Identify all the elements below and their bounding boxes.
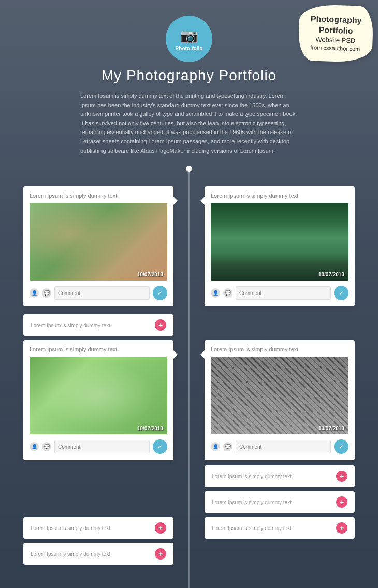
plus-btn-right-2[interactable]: +: [336, 496, 347, 508]
compact-card-left-2: Lorem Ipsum is simply dummy text +: [23, 517, 173, 539]
card-right-2: Lorem Ipsum is simply dummy text 10/07/2…: [205, 340, 355, 460]
timeline-left-compact-1: Lorem Ipsum is simply dummy text +: [0, 314, 189, 336]
comment-input-r1[interactable]: [236, 286, 331, 300]
user-icon-r1: 👤: [211, 288, 220, 298]
logo-text: Photo-folio: [176, 46, 203, 51]
timeline-right-1: Lorem Ipsum is simply dummy text 10/07/2…: [189, 186, 378, 306]
chat-icon-r1: 💬: [223, 288, 232, 298]
compact-card-right-2-title: Lorem Ipsum is simply dummy text: [212, 499, 292, 505]
plus-btn-right-1[interactable]: +: [336, 471, 347, 482]
timeline-row-compact-1: Lorem Ipsum is simply dummy text +: [0, 314, 378, 336]
card-left-1-title: Lorem Ipsum is simply dummy text: [30, 193, 167, 199]
chat-icon: 💬: [42, 288, 51, 298]
compact-card-left-1-title: Lorem Ipsum is simply dummy text: [31, 322, 110, 328]
comment-input-r2[interactable]: [236, 440, 331, 453]
plus-btn-left-1[interactable]: +: [155, 319, 166, 331]
compact-card-left-1: Lorem Ipsum is simply dummy text +: [23, 314, 173, 336]
card-left-1-date: 10/07/2013: [137, 272, 163, 277]
card-right-2-title: Lorem Ipsum is simply dummy text: [211, 346, 348, 352]
logo: 📷 Photo-folio: [166, 16, 212, 62]
card-left-2: Lorem Ipsum is simply dummy text 10/07/2…: [23, 340, 173, 460]
timeline-dot-top: [186, 166, 192, 172]
user-icon-l2: 👤: [30, 442, 39, 451]
comment-input-1[interactable]: [54, 286, 150, 300]
compact-card-left-3: Lorem Ipsum is simply dummy text +: [23, 543, 173, 565]
card-right-2-date: 10/07/2013: [318, 425, 344, 431]
comment-input-l2[interactable]: [54, 440, 150, 453]
timeline-right-compact-r2: Lorem Ipsum is simply dummy text +: [189, 491, 378, 513]
compact-card-right-3: Lorem Ipsum is simply dummy text +: [205, 517, 355, 539]
card-left-1-image: 10/07/2013: [30, 203, 167, 281]
timeline-row-compact-both-1: Lorem Ipsum is simply dummy text + Lorem…: [0, 517, 378, 539]
compact-card-right-2: Lorem Ipsum is simply dummy text +: [205, 491, 355, 513]
card-right-1-image: 10/07/2013: [211, 203, 348, 281]
camera-icon: 📷: [180, 27, 198, 44]
plus-btn-left-2[interactable]: +: [155, 522, 166, 534]
timeline-row-compact-r1: Lorem Ipsum is simply dummy text +: [0, 465, 378, 487]
user-icon: 👤: [30, 288, 39, 298]
submit-btn-r1[interactable]: ✓: [334, 286, 348, 300]
chat-icon-r2: 💬: [223, 442, 232, 451]
user-icon-r2: 👤: [211, 442, 220, 451]
chat-icon-l2: 💬: [42, 442, 51, 451]
compact-card-left-2-title: Lorem Ipsum is simply dummy text: [31, 525, 110, 531]
card-right-1-footer: 👤 💬 ✓: [211, 286, 348, 300]
watermark-line1: Photography: [311, 13, 362, 26]
intro-text: Lorem Ipsum is simply dummy text of the …: [60, 92, 318, 155]
card-left-1-footer: 👤 💬 ✓: [30, 286, 167, 300]
card-left-1: Lorem Ipsum is simply dummy text 10/07/2…: [23, 186, 173, 306]
card-right-1-title: Lorem Ipsum is simply dummy text: [211, 193, 348, 199]
compact-card-right-3-title: Lorem Ipsum is simply dummy text: [212, 525, 292, 531]
card-left-2-image: 10/07/2013: [30, 357, 167, 434]
submit-btn-1[interactable]: ✓: [153, 286, 167, 300]
compact-card-right-1: Lorem Ipsum is simply dummy text +: [205, 465, 355, 487]
timeline-right-compact-r3: Lorem Ipsum is simply dummy text +: [189, 517, 378, 539]
watermark-badge: Photography Portfolio Website PSD from c…: [298, 4, 373, 63]
page-title: My Photography Portfolio: [0, 67, 378, 84]
timeline-left-compact-3: Lorem Ipsum is simply dummy text +: [0, 543, 189, 565]
watermark-line4: from cssauthor.com: [310, 44, 361, 53]
plus-btn-left-3[interactable]: +: [155, 548, 166, 560]
timeline-left-compact-2: Lorem Ipsum is simply dummy text +: [0, 517, 189, 539]
submit-btn-l2[interactable]: ✓: [153, 439, 167, 454]
timeline-row-1: Lorem Ipsum is simply dummy text 10/07/2…: [0, 186, 378, 306]
submit-btn-r2[interactable]: ✓: [334, 439, 348, 454]
card-left-2-date: 10/07/2013: [137, 425, 163, 431]
timeline: Lorem Ipsum is simply dummy text 10/07/2…: [0, 166, 378, 588]
card-left-2-footer: 👤 💬 ✓: [30, 439, 167, 454]
timeline-row-compact-r2: Lorem Ipsum is simply dummy text +: [0, 491, 378, 513]
timeline-right-2: Lorem Ipsum is simply dummy text 10/07/2…: [189, 340, 378, 460]
timeline-left-2: Lorem Ipsum is simply dummy text 10/07/2…: [0, 340, 189, 460]
plus-btn-right-3[interactable]: +: [336, 522, 347, 534]
card-right-1-date: 10/07/2013: [318, 272, 344, 277]
card-right-2-footer: 👤 💬 ✓: [211, 439, 348, 454]
card-left-2-title: Lorem Ipsum is simply dummy text: [30, 346, 167, 352]
timeline-row-compact-l3: Lorem Ipsum is simply dummy text +: [0, 543, 378, 565]
timeline-row-2: Lorem Ipsum is simply dummy text 10/07/2…: [0, 340, 378, 460]
timeline-right-compact-r1: Lorem Ipsum is simply dummy text +: [189, 465, 378, 487]
timeline-left-1: Lorem Ipsum is simply dummy text 10/07/2…: [0, 186, 189, 306]
compact-card-left-3-title: Lorem Ipsum is simply dummy text: [31, 551, 110, 557]
compact-card-right-1-title: Lorem Ipsum is simply dummy text: [212, 474, 292, 479]
card-right-1: Lorem Ipsum is simply dummy text 10/07/2…: [205, 186, 355, 306]
card-right-2-image: 10/07/2013: [211, 357, 348, 434]
